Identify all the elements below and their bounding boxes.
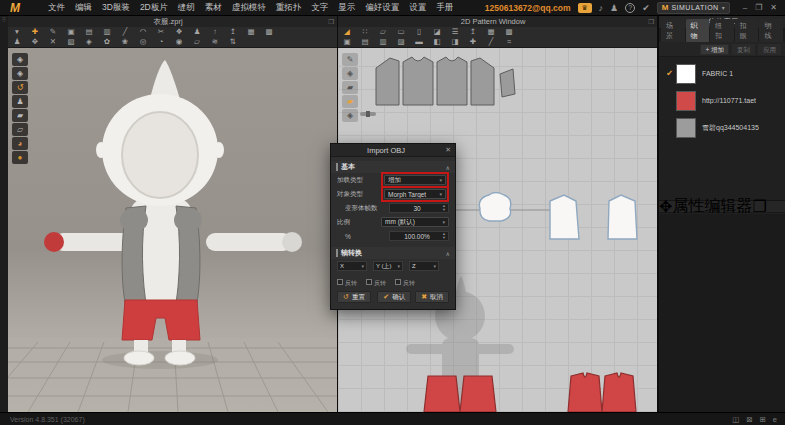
toolbar-icon[interactable]: ∷ — [359, 27, 371, 37]
toolbar-icon[interactable]: ❀ — [119, 37, 131, 47]
shorts-pattern-group[interactable] — [424, 373, 636, 412]
toolbar-icon[interactable]: ◪ — [431, 27, 443, 37]
toolbar-icon[interactable]: ◢ — [341, 27, 353, 37]
axis-section-header[interactable]: 轴转换 ∧ — [331, 247, 455, 259]
toolbar-icon[interactable]: ╱ — [485, 37, 497, 47]
menu-item[interactable]: 虚拟模特 — [232, 2, 266, 14]
object-tab[interactable]: 纽扣 — [710, 19, 734, 42]
toolbar-icon[interactable]: ✚ — [29, 27, 41, 37]
morph-frames-input[interactable]: 30 ▲▼ — [389, 203, 449, 213]
toolbar-icon[interactable]: ╱ — [119, 27, 131, 37]
toolbar-icon[interactable]: ≋ — [209, 37, 221, 47]
project-tab-title[interactable]: 衣服.zprj — [8, 17, 328, 27]
viewport-3d[interactable]: ◈◈↺♟▰▱◕● — [8, 48, 337, 412]
toolbar-icon[interactable]: ◠ — [137, 27, 149, 37]
fabric-swatch[interactable] — [676, 118, 696, 138]
invert-x-checkbox[interactable]: 反转 — [337, 271, 357, 289]
view-tool-icon[interactable]: ▰ — [12, 109, 28, 122]
invert-z-checkbox[interactable]: 反转 — [395, 271, 415, 289]
toolbar-icon[interactable]: ≈ — [503, 37, 515, 47]
menu-item[interactable]: 偏好设置 — [365, 2, 399, 14]
toolbar-icon[interactable]: ◨ — [449, 37, 461, 47]
vest-pattern-group[interactable] — [376, 57, 515, 105]
fabric-list-item[interactable]: ✔ FABRIC 1 — [659, 60, 785, 87]
view-tool-icon[interactable]: ♟ — [12, 95, 28, 108]
toolbar-icon[interactable]: ✂ — [155, 27, 167, 37]
layout-toggle-icon[interactable]: ⊞ — [760, 415, 766, 424]
axis-y-dropdown[interactable]: Y (上)▾ — [373, 261, 403, 271]
toolbar-icon[interactable]: ▩ — [503, 27, 515, 37]
menu-item[interactable]: 3D服装 — [102, 2, 130, 14]
add-fabric-button[interactable]: + 增加 — [700, 44, 729, 55]
view-tool-icon[interactable]: ● — [12, 151, 28, 164]
toolbar-icon[interactable]: ◧ — [431, 37, 443, 47]
view-tool-icon[interactable]: ◈ — [12, 53, 28, 66]
spinner[interactable]: ▲▼ — [442, 204, 446, 212]
toolbar-icon[interactable]: ◎ — [137, 37, 149, 47]
toolbar-icon[interactable]: ✿ — [101, 37, 113, 47]
toolbar-icon[interactable]: ▭ — [395, 27, 407, 37]
menu-item[interactable]: 编辑 — [75, 2, 92, 14]
close-button[interactable]: ✕ — [770, 0, 777, 16]
view-tool-icon[interactable]: ✎ — [342, 53, 358, 66]
toolbar-icon[interactable]: ✚ — [467, 37, 479, 47]
reset-button[interactable]: ↺ 重置 — [337, 291, 371, 303]
layout-toggle-icon[interactable]: e — [773, 415, 777, 424]
view-tool-icon[interactable]: ◈ — [342, 67, 358, 80]
menu-item[interactable]: 2D板片 — [140, 2, 168, 14]
menu-item[interactable]: 重拓扑 — [276, 2, 302, 14]
toolbar-icon[interactable]: ▣ — [341, 37, 353, 47]
close-icon[interactable]: ✕ — [441, 146, 455, 154]
feedback-icon[interactable]: ✔ — [642, 0, 650, 16]
cancel-button[interactable]: ✖ 取消 — [415, 291, 449, 303]
object-type-dropdown[interactable]: Morph Target▾ — [384, 189, 446, 199]
copy-fabric-button[interactable]: 复制 — [732, 44, 755, 55]
fabric-swatch[interactable] — [676, 64, 696, 84]
menu-item[interactable]: 显示 — [338, 2, 355, 14]
spinner[interactable]: ▲▼ — [442, 232, 446, 240]
popout-icon[interactable]: ❐ — [328, 18, 337, 26]
toolbar-icon[interactable]: ✥ — [29, 37, 41, 47]
zoom-slider[interactable] — [360, 112, 376, 116]
help-icon[interactable]: ? — [625, 3, 635, 13]
toolbar-icon[interactable]: ▥ — [101, 27, 113, 37]
confirm-button[interactable]: ✔ 确认 — [377, 291, 411, 303]
object-tab[interactable]: 明线 — [759, 19, 783, 42]
toolbar-icon[interactable]: ▱ — [191, 37, 203, 47]
toolbar-icon[interactable]: ▧ — [65, 37, 77, 47]
white-pattern-group[interactable] — [479, 193, 637, 240]
percent-input[interactable]: 100.00% ▲▼ — [389, 231, 449, 241]
avatar-character[interactable] — [44, 60, 302, 369]
menu-item[interactable]: 文件 — [48, 2, 65, 14]
menu-item[interactable]: 手册 — [436, 2, 453, 14]
fabric-list-item[interactable]: 雪碧qq344504135 — [659, 114, 785, 141]
menu-item[interactable]: 文字 — [311, 2, 328, 14]
load-type-dropdown[interactable]: 增加▾ — [384, 175, 446, 185]
layout-toggle-icon[interactable]: ◫ — [732, 415, 739, 424]
toolbar-icon[interactable]: ◔ — [155, 37, 167, 47]
toolbar-icon[interactable]: ☰ — [449, 27, 461, 37]
object-tab[interactable]: 织物 — [686, 19, 710, 42]
toolbar-icon[interactable]: ▦ — [485, 27, 497, 37]
view-tool-icon[interactable]: ◈ — [342, 109, 358, 122]
toolbar-icon[interactable]: ⇅ — [227, 37, 239, 47]
toolbar-icon[interactable]: ▬ — [413, 37, 425, 47]
view-tool-icon[interactable]: ◕ — [12, 137, 28, 150]
object-tab[interactable]: 扣眼 — [735, 19, 759, 42]
toolbar-icon[interactable]: ◉ — [173, 37, 185, 47]
toolbar-icon[interactable]: ✕ — [47, 37, 59, 47]
menu-item[interactable]: 素材 — [205, 2, 222, 14]
volume-icon[interactable]: ♪ — [599, 0, 604, 16]
toolbar-icon[interactable]: ↥ — [227, 27, 239, 37]
toolbar-icon[interactable]: ♟ — [11, 37, 23, 47]
toolbar-icon[interactable]: ▤ — [83, 27, 95, 37]
toolbar-icon[interactable]: ♟ — [191, 27, 203, 37]
toolbar-icon[interactable]: ▾ — [11, 27, 23, 37]
view-tool-icon[interactable]: ▰ — [342, 95, 358, 108]
toolbar-icon[interactable]: ▯ — [413, 27, 425, 37]
toolbar-icon[interactable]: ▣ — [65, 27, 77, 37]
scale-unit-dropdown[interactable]: mm (默认)▾ — [381, 217, 449, 227]
toolbar-icon[interactable]: ❖ — [173, 27, 185, 37]
view-tool-icon[interactable]: ▱ — [12, 123, 28, 136]
fabric-list-item[interactable]: http://110771.taet — [659, 87, 785, 114]
